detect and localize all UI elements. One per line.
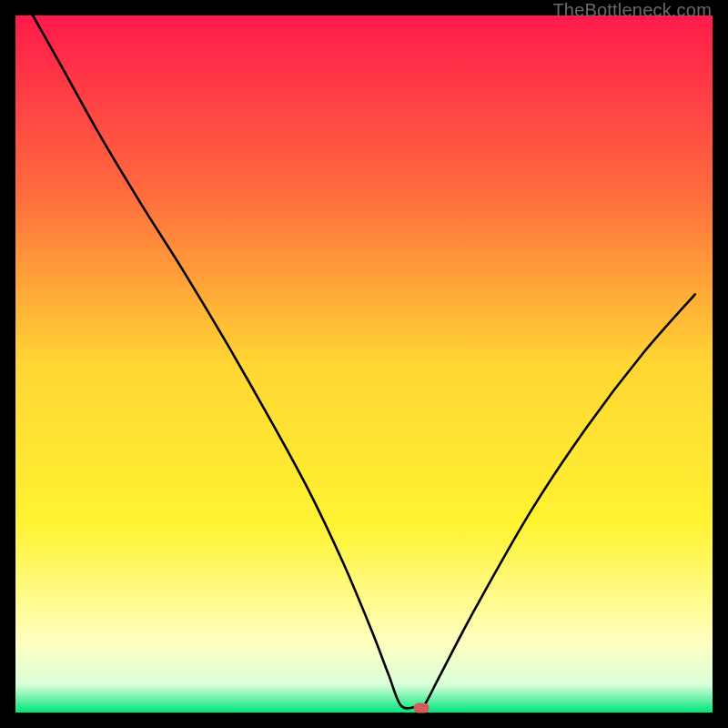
chart-background [15,15,713,713]
chart-frame [15,15,713,713]
minimum-marker [413,703,429,713]
chart-svg [15,15,713,713]
watermark-text: TheBottleneck.com [552,0,712,21]
